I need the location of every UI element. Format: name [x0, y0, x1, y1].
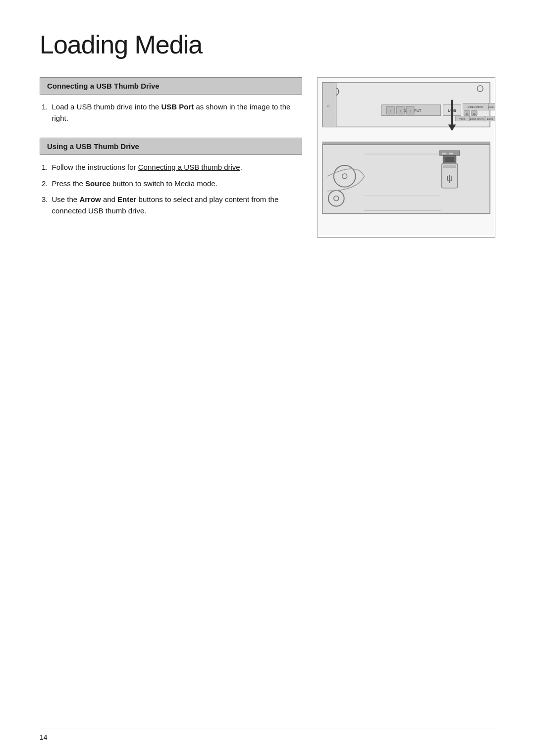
section2-body: 1. Follow the instructions for Connectin… — [40, 162, 302, 216]
svg-rect-41 — [449, 152, 454, 154]
svg-rect-43 — [445, 157, 455, 162]
section1-list: 1. Load a USB thumb drive into the USB P… — [42, 101, 302, 124]
step-number: 3. — [42, 194, 48, 216]
section1-step1: 1. Load a USB thumb drive into the USB P… — [42, 101, 302, 124]
left-column: Connecting a USB Thumb Drive 1. Load a U… — [40, 77, 302, 230]
step-number: 2. — [42, 178, 48, 190]
svg-text:2b: 2b — [473, 113, 476, 115]
step-text: Use the Arrow and Enter buttons to selec… — [52, 194, 302, 216]
content-layout: Connecting a USB Thumb Drive 1. Load a U… — [40, 77, 495, 238]
step-number: 1. — [42, 162, 48, 173]
section1-body: 1. Load a USB thumb drive into the USB P… — [40, 101, 302, 124]
svg-rect-45 — [443, 165, 456, 168]
svg-rect-34 — [322, 145, 490, 213]
page-number: 14 — [40, 733, 48, 741]
bold-source: Source — [85, 179, 110, 188]
svg-text:VIDEO: VIDEO — [459, 118, 465, 120]
bold-enter: Enter — [117, 195, 136, 203]
svg-text:AUDIO INPUT L: AUDIO INPUT L — [470, 118, 485, 120]
svg-rect-40 — [442, 152, 447, 154]
section2-header: Using a USB Thumb Drive — [40, 138, 302, 155]
svg-text:AUDIO: AUDIO — [487, 118, 493, 120]
svg-rect-29 — [322, 83, 336, 127]
page-container: Loading Media Connecting a USB Thumb Dri… — [0, 0, 535, 267]
section2-step3: 3. Use the Arrow and Enter buttons to se… — [42, 194, 302, 216]
svg-text:ψ: ψ — [446, 173, 453, 183]
page-footer: 14 — [40, 728, 495, 741]
tv-diagram: HDMI INPUT 3 2 1 USB VIDEO INPUT — [318, 78, 495, 235]
connecting-link[interactable]: Connecting a USB thumb drive — [138, 163, 240, 171]
section1-header: Connecting a USB Thumb Drive — [40, 77, 302, 95]
svg-rect-33 — [322, 142, 490, 145]
section2-step2: 2. Press the Source button to switch to … — [42, 178, 302, 190]
step-text: Load a USB thumb drive into the USB Port… — [52, 101, 302, 124]
right-column: HDMI INPUT 3 2 1 USB VIDEO INPUT — [317, 77, 495, 238]
svg-text:2a: 2a — [466, 113, 468, 115]
bold-usb-port: USB Port — [161, 102, 194, 111]
svg-text:O: O — [327, 105, 330, 107]
svg-text:AUDIO INP: AUDIO INP — [488, 106, 495, 108]
bold-arrow: Arrow — [79, 195, 101, 203]
step-text: Press the Source button to switch to Med… — [52, 178, 302, 190]
section2-step1: 1. Follow the instructions for Connectin… — [42, 162, 302, 173]
step-number: 1. — [42, 101, 48, 124]
diagram-container: HDMI INPUT 3 2 1 USB VIDEO INPUT — [317, 77, 495, 238]
section2-list: 1. Follow the instructions for Connectin… — [42, 162, 302, 216]
svg-text:VIDEO INPUT: VIDEO INPUT — [468, 106, 483, 108]
step-text: Follow the instructions for Connecting a… — [52, 162, 302, 173]
page-title: Loading Media — [40, 30, 495, 59]
